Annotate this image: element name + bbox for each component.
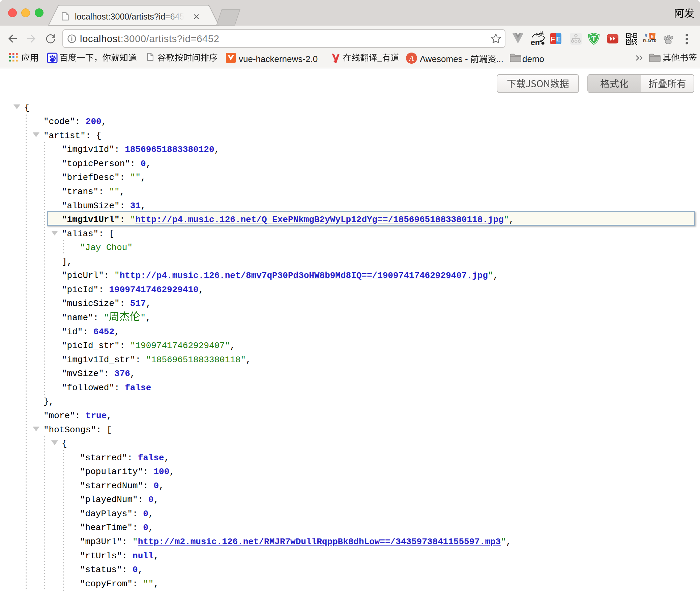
svg-text:E: E [556, 35, 560, 43]
svg-text:A: A [409, 54, 414, 62]
svg-text:F: F [551, 35, 555, 43]
svg-text:T: T [591, 35, 596, 43]
svg-text:5: 5 [651, 34, 653, 39]
